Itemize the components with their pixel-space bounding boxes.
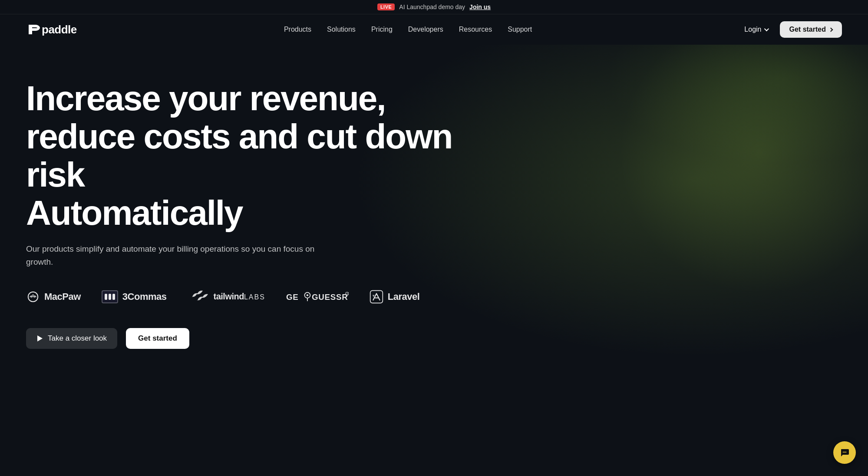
svg-text:GUESSR: GUESSR <box>312 292 348 302</box>
svg-point-2 <box>34 295 35 297</box>
logo-3commas: 3Commas <box>102 290 167 303</box>
nav-link-products[interactable]: Products <box>284 26 311 33</box>
chat-icon <box>839 447 850 458</box>
logo-macpaw: MacPaw <box>26 290 81 304</box>
announcement-text: AI Launchpad demo day <box>399 3 465 10</box>
nav-item-solutions[interactable]: Solutions <box>327 26 356 33</box>
geoguessr-icon: GE GUESSR ® <box>286 290 349 304</box>
take-closer-look-button[interactable]: Take a closer look <box>26 328 117 349</box>
svg-point-4 <box>30 296 30 297</box>
nav-item-products[interactable]: Products <box>284 26 311 33</box>
svg-text:®: ® <box>347 292 349 295</box>
logo-geoguessr: GE GUESSR ® <box>286 290 349 304</box>
svg-point-5 <box>35 296 36 297</box>
logo-tailwindlabs: tailwindLABS <box>187 290 265 304</box>
nav-link-pricing[interactable]: Pricing <box>371 26 393 33</box>
logo-laravel: Laravel <box>370 290 420 304</box>
login-label: Login <box>744 26 761 33</box>
macpaw-label: MacPaw <box>44 291 81 302</box>
hero-auto-word: Automatically <box>26 194 842 232</box>
laravel-label: Laravel <box>388 291 420 302</box>
hero-headline: Increase your revenue, reduce costs and … <box>26 79 482 194</box>
svg-point-14 <box>843 452 844 453</box>
logo-icon <box>26 23 41 36</box>
svg-point-15 <box>844 452 845 453</box>
nav-get-started-label: Get started <box>789 26 826 33</box>
3commas-icon <box>102 290 118 303</box>
macpaw-icon <box>26 290 40 304</box>
announcement-bar: LIVE AI Launchpad demo day Join us <box>0 0 868 14</box>
hero-subtext: Our products simplify and automate your … <box>26 243 321 269</box>
tailwindlabs-label: tailwindLABS <box>213 292 265 302</box>
nav-links: Products Solutions Pricing Developers Re… <box>284 26 532 33</box>
login-button[interactable]: Login <box>739 22 772 37</box>
nav-link-solutions[interactable]: Solutions <box>327 26 356 33</box>
live-badge: LIVE <box>377 3 395 10</box>
nav-item-support[interactable]: Support <box>508 26 532 33</box>
svg-point-0 <box>28 292 38 302</box>
logo-text: paddle <box>42 23 77 36</box>
chat-bubble-button[interactable] <box>833 441 856 464</box>
nav-item-resources[interactable]: Resources <box>459 26 492 33</box>
play-icon <box>36 335 43 342</box>
svg-point-8 <box>307 294 308 296</box>
logo[interactable]: paddle <box>26 23 77 36</box>
closer-look-label: Take a closer look <box>48 334 107 343</box>
nav-item-pricing[interactable]: Pricing <box>371 26 393 33</box>
svg-point-16 <box>845 452 846 453</box>
tailwindlabs-icon <box>187 290 209 304</box>
nav-link-resources[interactable]: Resources <box>459 26 492 33</box>
hero-section: Increase your revenue, reduce costs and … <box>0 45 868 384</box>
hero-get-started-button[interactable]: Get started <box>126 328 189 349</box>
cta-row: Take a closer look Get started <box>26 328 842 349</box>
nav-link-support[interactable]: Support <box>508 26 532 33</box>
announcement-link[interactable]: Join us <box>469 3 491 10</box>
svg-point-3 <box>32 294 33 295</box>
svg-point-1 <box>30 295 32 297</box>
hero-get-started-label: Get started <box>138 334 177 342</box>
navigation: paddle Products Solutions Pricing Develo… <box>0 14 868 45</box>
3commas-label: 3Commas <box>122 291 167 302</box>
svg-rect-13 <box>370 290 383 303</box>
nav-link-developers[interactable]: Developers <box>408 26 443 33</box>
client-logos: MacPaw 3Commas tailwindLABS GE <box>26 290 842 304</box>
arrow-right-icon <box>829 27 833 32</box>
chevron-down-icon <box>764 26 769 31</box>
laravel-icon <box>370 290 383 304</box>
nav-get-started-button[interactable]: Get started <box>780 21 842 38</box>
nav-right: Login Get started <box>739 21 842 38</box>
svg-text:GE: GE <box>286 292 299 302</box>
nav-item-developers[interactable]: Developers <box>408 26 443 33</box>
